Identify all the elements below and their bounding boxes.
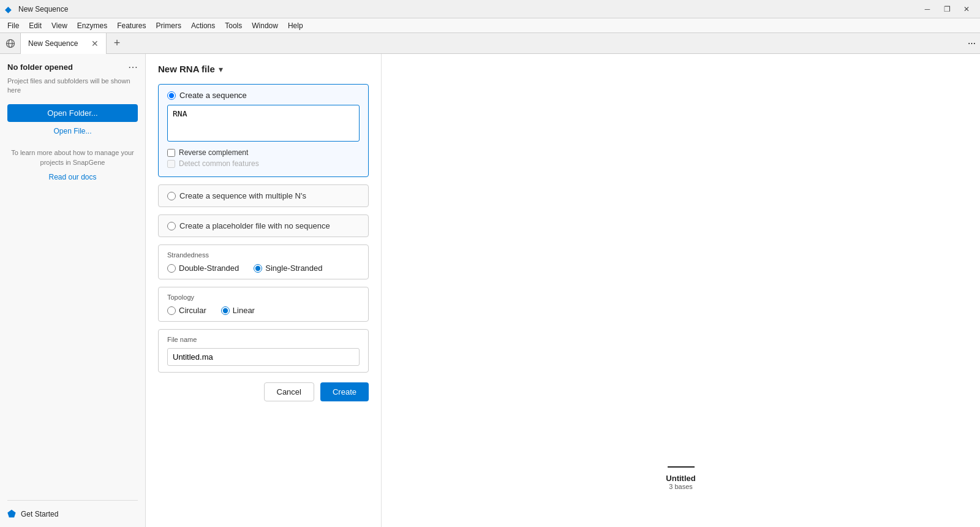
- filename-section: File name: [158, 329, 369, 373]
- sidebar-header: No folder opened ⋯: [7, 61, 138, 73]
- tab-bar: New Sequence ✕ + ⋯: [0, 33, 980, 54]
- circular-label[interactable]: Circular: [167, 306, 206, 315]
- create-placeholder-radio[interactable]: [167, 222, 176, 230]
- dialog-title-row: New RNA file ▾: [158, 64, 369, 74]
- cancel-button[interactable]: Cancel: [264, 382, 314, 401]
- detect-features-row[interactable]: Detect common features: [167, 159, 360, 168]
- menu-view[interactable]: View: [47, 20, 72, 31]
- menu-primers[interactable]: Primers: [151, 20, 186, 31]
- filename-fieldset: File name: [158, 329, 369, 373]
- double-stranded-radio[interactable]: [167, 264, 176, 273]
- menu-edit[interactable]: Edit: [24, 20, 47, 31]
- canvas-subtitle: 3 bases: [669, 483, 693, 490]
- create-multiple-ns-text: Create a sequence with multiple N's: [179, 191, 306, 200]
- get-started-icon: ⬟: [7, 508, 16, 520]
- detect-features-label: Detect common features: [179, 159, 259, 168]
- create-placeholder-text: Create a placeholder file with no sequen…: [179, 221, 330, 230]
- canvas-title: Untitled: [666, 474, 695, 483]
- menu-actions[interactable]: Actions: [186, 20, 220, 31]
- menu-features[interactable]: Features: [112, 20, 151, 31]
- create-sequence-radio[interactable]: [167, 91, 176, 100]
- filename-input[interactable]: [167, 348, 360, 366]
- topology-options: Circular Linear: [167, 306, 360, 315]
- menu-bar: File Edit View Enzymes Features Primers …: [0, 18, 980, 33]
- linear-radio[interactable]: [221, 306, 230, 315]
- dialog-buttons: Cancel Create: [158, 382, 369, 401]
- strandedness-options: Double-Stranded Single-Stranded: [167, 264, 360, 273]
- main-layout: No folder opened ⋯ Project files and sub…: [0, 54, 980, 527]
- create-multiple-ns-radio[interactable]: [167, 192, 176, 200]
- create-multiple-ns-label[interactable]: Create a sequence with multiple N's: [167, 191, 360, 200]
- tab-close-icon[interactable]: ✕: [91, 39, 99, 48]
- reverse-complement-checkbox[interactable]: [167, 149, 175, 157]
- topology-section: Topology Circular Linear: [158, 287, 369, 322]
- get-started-label: Get Started: [21, 510, 58, 518]
- maximize-button[interactable]: ❐: [938, 2, 956, 16]
- tab-add-button[interactable]: +: [107, 33, 127, 54]
- create-sequence-text: Create a sequence: [179, 91, 247, 100]
- sidebar: No folder opened ⋯ Project files and sub…: [0, 54, 146, 527]
- menu-enzymes[interactable]: Enzymes: [72, 20, 112, 31]
- strandedness-legend: Strandedness: [167, 251, 360, 259]
- single-stranded-radio[interactable]: [254, 264, 262, 273]
- double-stranded-label[interactable]: Double-Stranded: [167, 264, 239, 273]
- open-folder-button[interactable]: Open Folder...: [7, 104, 138, 122]
- title-bar: ◆ New Sequence ─ ❐ ✕: [0, 0, 980, 18]
- double-stranded-text: Double-Stranded: [179, 264, 239, 273]
- globe-icon: [0, 33, 21, 54]
- minimize-button[interactable]: ─: [919, 2, 936, 16]
- canvas-area: Untitled 3 bases: [382, 54, 980, 527]
- circular-radio[interactable]: [167, 306, 176, 315]
- filename-legend: File name: [167, 336, 360, 343]
- topology-legend: Topology: [167, 294, 360, 301]
- strandedness-section: Strandedness Double-Stranded Single-Stra…: [158, 245, 369, 279]
- dialog-title: New RNA file: [158, 64, 215, 74]
- sidebar-title: No folder opened: [7, 63, 73, 72]
- create-placeholder-label[interactable]: Create a placeholder file with no sequen…: [167, 221, 360, 230]
- single-stranded-label[interactable]: Single-Stranded: [254, 264, 322, 273]
- dialog-title-dropdown-icon[interactable]: ▾: [219, 64, 223, 74]
- reverse-complement-label: Reverse complement: [179, 148, 248, 157]
- sidebar-learn-text: To learn more about how to manage your p…: [7, 148, 138, 168]
- menu-window[interactable]: Window: [247, 20, 283, 31]
- tab-more-icon[interactable]: ⋯: [963, 39, 980, 48]
- app-icon: ◆: [5, 4, 15, 14]
- reverse-complement-row[interactable]: Reverse complement: [167, 148, 360, 157]
- content-area: New RNA file ▾ Create a sequence RNA Rev…: [146, 54, 980, 527]
- circular-text: Circular: [179, 306, 206, 315]
- single-stranded-text: Single-Stranded: [265, 264, 322, 273]
- app-title: New Sequence: [18, 5, 919, 13]
- sidebar-footer: ⬟ Get Started: [7, 500, 138, 520]
- tab-label: New Sequence: [28, 39, 86, 48]
- window-controls: ─ ❐ ✕: [919, 2, 975, 16]
- dialog-panel: New RNA file ▾ Create a sequence RNA Rev…: [146, 54, 382, 527]
- tab-new-sequence[interactable]: New Sequence ✕: [21, 33, 107, 54]
- create-multiple-ns-option[interactable]: Create a sequence with multiple N's: [158, 184, 369, 207]
- linear-label[interactable]: Linear: [221, 306, 255, 315]
- menu-help[interactable]: Help: [283, 20, 308, 31]
- sidebar-more-icon[interactable]: ⋯: [128, 61, 138, 73]
- detect-features-checkbox[interactable]: [167, 160, 175, 168]
- menu-tools[interactable]: Tools: [220, 20, 247, 31]
- create-placeholder-option[interactable]: Create a placeholder file with no sequen…: [158, 214, 369, 237]
- create-button[interactable]: Create: [320, 382, 369, 401]
- sidebar-subtitle: Project files and subfolders will be sho…: [7, 77, 138, 96]
- menu-file[interactable]: File: [2, 20, 24, 31]
- canvas-sequence-line: [668, 466, 695, 468]
- create-sequence-label[interactable]: Create a sequence: [167, 91, 360, 100]
- close-button[interactable]: ✕: [958, 2, 975, 16]
- open-file-link[interactable]: Open File...: [7, 127, 138, 135]
- sequence-input[interactable]: RNA: [167, 105, 360, 142]
- create-sequence-option: Create a sequence RNA Reverse complement…: [158, 84, 369, 177]
- linear-text: Linear: [233, 306, 255, 315]
- read-docs-link[interactable]: Read our docs: [7, 173, 138, 181]
